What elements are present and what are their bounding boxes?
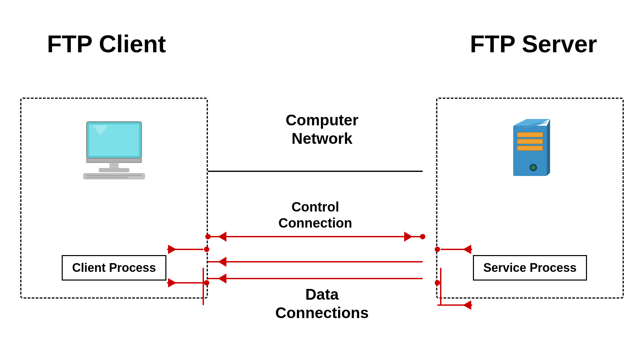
svg-rect-7 [86,177,128,178]
svg-marker-16 [404,232,413,242]
client-title: FTP Client [47,30,166,58]
svg-rect-5 [84,174,145,179]
svg-text:Control: Control [291,199,339,214]
svg-marker-23 [547,119,550,176]
svg-rect-24 [517,132,543,137]
svg-rect-6 [86,175,142,176]
svg-rect-2 [87,158,142,163]
svg-marker-20 [218,274,226,284]
client-icon-area [32,109,197,189]
server-icon-area [447,109,612,189]
client-process-label: Client Process [72,261,156,275]
server-icon [500,116,560,183]
client-process-box: Client Process [62,255,166,281]
main-area: Client Process Computer Network Control … [20,64,624,332]
client-box: Client Process [20,98,208,299]
diagram-container: FTP Client FTP Server [20,30,624,332]
data-connections-label: Data Connections [275,285,369,322]
computer-icon [80,116,148,183]
svg-rect-4 [99,168,129,172]
middle-section: Computer Network Control Connection [208,98,436,299]
svg-point-28 [531,166,535,170]
service-process-box: Service Process [473,255,587,281]
titles-row: FTP Client FTP Server [20,30,624,58]
svg-rect-26 [517,146,543,150]
server-box: Service Process [436,98,624,299]
svg-marker-15 [218,232,226,242]
svg-rect-25 [517,139,543,144]
service-process-label: Service Process [483,261,577,275]
svg-marker-18 [218,257,226,267]
svg-text:Connection: Connection [278,216,352,230]
server-title: FTP Server [470,30,597,58]
connection-lines-svg: Control Connection [208,98,423,299]
